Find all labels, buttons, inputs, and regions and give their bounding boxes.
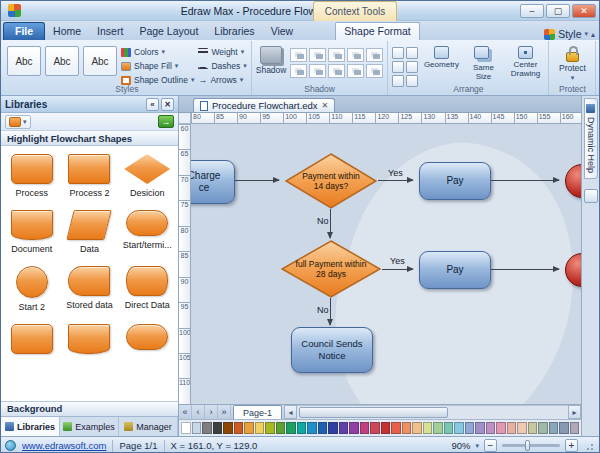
rotate-icon[interactable] [392,61,404,73]
palette-color[interactable] [465,422,475,434]
palette-color[interactable] [223,422,233,434]
dynamic-help-tab[interactable]: Dynamic Help [584,98,598,179]
shadow-style-option[interactable] [309,48,326,62]
bottom-tab-manager[interactable]: Manager [119,417,178,436]
colors-button[interactable]: Colors ▾ [121,46,194,58]
zoom-out-button[interactable]: − [484,439,497,452]
weight-button[interactable]: Weight ▾ [198,46,246,58]
zoom-slider-thumb[interactable] [525,440,530,451]
palette-color[interactable] [549,422,559,434]
shape-fill-button[interactable]: Shape Fill ▾ [121,60,194,72]
collapse-ribbon-button[interactable]: ▴ [591,30,595,39]
shadow-style-option[interactable] [328,64,345,78]
shape-start-2[interactable]: Start 2 [3,266,61,312]
style-button[interactable]: Style [558,28,581,40]
first-page-button[interactable]: « [179,405,192,419]
palette-color[interactable] [486,422,496,434]
tab-file[interactable]: File [3,22,45,40]
library-go-button[interactable]: → [158,115,174,128]
palette-color[interactable] [475,422,485,434]
shadow-style-option[interactable] [366,64,383,78]
dashes-button[interactable]: Dashes ▾ [198,60,246,72]
node-end-1[interactable] [565,164,581,198]
shape-partial[interactable] [3,324,61,354]
palette-color[interactable] [181,422,191,434]
palette-color[interactable] [423,422,433,434]
shadow-style-option[interactable] [347,64,364,78]
tab-shape-format[interactable]: Shape Format [335,22,420,40]
background-section-header[interactable]: Background [1,401,178,416]
app-logo-icon[interactable] [8,4,21,17]
shape-partial[interactable] [61,324,119,354]
palette-color[interactable] [192,422,202,434]
shape-partial[interactable] [118,324,176,354]
horizontal-scrollbar[interactable]: ◂ ▸ [284,405,581,419]
same-size-button[interactable]: Same Size [464,46,502,82]
shadow-style-option[interactable] [290,48,307,62]
zoom-dropdown-icon[interactable]: ▾ [475,442,479,450]
zoom-in-button[interactable]: + [565,439,578,452]
tab-view[interactable]: View [263,23,302,40]
tab-page-layout[interactable]: Page Layout [131,23,206,40]
palette-color[interactable] [538,422,548,434]
resize-grip[interactable] [583,440,595,452]
tab-insert[interactable]: Insert [89,23,131,40]
bottom-tab-examples[interactable]: Examples [60,417,119,436]
shadow-style-option[interactable] [290,64,307,78]
palette-color[interactable] [244,422,254,434]
library-section-header[interactable]: Highlight Flowchart Shapes [1,131,178,146]
style-gallery-item-1[interactable]: Abc [7,46,41,76]
zoom-slider[interactable] [502,444,560,447]
palette-color[interactable] [402,422,412,434]
palette-color[interactable] [559,422,569,434]
close-button[interactable]: ✕ [572,4,596,18]
connector[interactable] [491,180,559,181]
palette-color[interactable] [507,422,517,434]
shape-process-2[interactable]: Process 2 [61,154,119,198]
palette-color[interactable] [265,422,275,434]
palette-color[interactable] [213,422,223,434]
shadow-style-option[interactable] [347,48,364,62]
document-close-icon[interactable]: ✕ [322,101,329,110]
shadow-style-option[interactable] [366,48,383,62]
minimize-button[interactable]: – [520,4,544,18]
bottom-tab-libraries[interactable]: Libraries [1,417,60,436]
shape-start-terminator[interactable]: Start/termi... [118,210,176,254]
maximize-button[interactable]: ▢ [546,4,570,18]
palette-color[interactable] [234,422,244,434]
connector[interactable] [330,298,331,325]
palette-color[interactable] [528,422,538,434]
style-gallery-item-2[interactable]: Abc [45,46,79,76]
page-tab[interactable]: Page-1 [233,405,282,419]
node-decision-1[interactable]: Payment within 14 days? [285,153,377,209]
palette-color[interactable] [454,422,464,434]
scroll-right-icon[interactable]: ▸ [568,405,581,419]
node-decision-2[interactable]: full Payment within 28 days [281,240,381,298]
align-icon[interactable] [392,47,404,59]
prev-page-button[interactable]: ‹ [192,405,205,419]
page-options-icon[interactable] [584,189,598,203]
shape-process[interactable]: Process [3,154,61,198]
palette-color[interactable] [255,422,265,434]
connector[interactable] [378,180,413,181]
zoom-level[interactable]: 90% [451,440,470,451]
drawing-canvas[interactable]: Charge ce Payment within 14 d [191,124,581,404]
shape-stored-data[interactable]: Stored data [61,266,119,312]
scroll-left-icon[interactable]: ◂ [284,405,297,419]
palette-color[interactable] [276,422,286,434]
palette-color[interactable] [570,422,580,434]
node-charge[interactable]: Charge ce [191,160,235,204]
palette-color[interactable] [391,422,401,434]
connector[interactable] [491,269,559,270]
panel-close-icon[interactable]: ✕ [161,98,174,111]
scroll-thumb[interactable] [299,407,448,418]
distribute-icon[interactable] [406,47,418,59]
node-pay-2[interactable]: Pay [419,251,491,289]
style-gallery-item-3[interactable]: Abc [83,46,117,76]
palette-color[interactable] [444,422,454,434]
document-tab[interactable]: Procedure Flowchart.edx ✕ [193,98,335,112]
palette-color[interactable] [360,422,370,434]
tab-libraries[interactable]: Libraries [206,23,262,40]
palette-color[interactable] [202,422,212,434]
edrawsoft-link[interactable]: www.edrawsoft.com [22,440,106,451]
